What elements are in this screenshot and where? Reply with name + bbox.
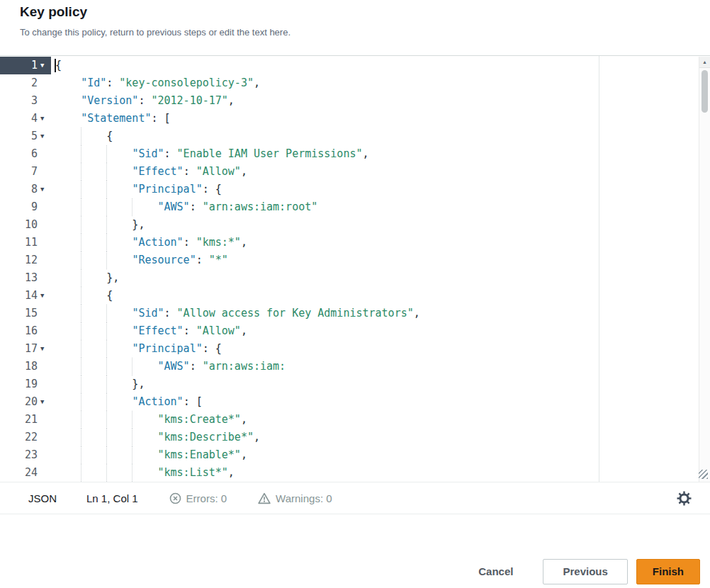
- error-circle-icon: [169, 492, 181, 504]
- code-text[interactable]: "AWS": "arn:aws:iam:: [51, 358, 710, 375]
- code-line[interactable]: 14▼ {: [0, 287, 710, 305]
- indent-guide: [106, 145, 107, 163]
- text-cursor: [55, 59, 56, 72]
- code-lines: 1▼{2 "Id": "key-consolepolicy-3",3 "Vers…: [0, 57, 710, 482]
- line-number: 16: [0, 322, 39, 340]
- page-subtitle: To change this policy, return to previou…: [20, 27, 690, 38]
- code-text[interactable]: "Version": "2012-10-17",: [51, 92, 710, 110]
- scrollbar-thumb[interactable]: [701, 70, 708, 113]
- code-text[interactable]: "Statement": [: [51, 110, 710, 128]
- previous-button[interactable]: Previous: [543, 559, 627, 584]
- code-line[interactable]: 13 },: [0, 269, 710, 287]
- line-gutter: 2: [0, 74, 51, 92]
- fold-arrow-icon[interactable]: ▼: [39, 110, 51, 128]
- warning-triangle-icon: [258, 492, 271, 504]
- code-text[interactable]: "Effect": "Allow",: [51, 322, 710, 340]
- indent-guide: [81, 429, 81, 446]
- code-line[interactable]: 22 "kms:Describe*",: [0, 429, 710, 446]
- code-line[interactable]: 5▼ {: [0, 128, 710, 145]
- code-line[interactable]: 4▼ "Statement": [: [0, 110, 710, 128]
- indent-guide: [81, 163, 81, 181]
- code-text[interactable]: {: [51, 287, 710, 305]
- finish-button[interactable]: Finish: [636, 559, 700, 584]
- line-number: 1: [0, 57, 39, 74]
- code-line[interactable]: 18 "AWS": "arn:aws:iam:: [0, 358, 710, 375]
- fold-arrow-icon[interactable]: ▼: [39, 340, 51, 358]
- code-line[interactable]: 8▼ "Principal": {: [0, 181, 710, 198]
- line-gutter: 22: [0, 429, 51, 446]
- indent-guide: [106, 429, 107, 446]
- code-line[interactable]: 16 "Effect": "Allow",: [0, 322, 710, 340]
- fold-arrow-icon[interactable]: ▼: [39, 57, 51, 74]
- code-line[interactable]: 23 "kms:Enable*",: [0, 446, 710, 464]
- line-gutter: 13: [0, 269, 51, 287]
- code-text[interactable]: },: [51, 269, 710, 287]
- code-text[interactable]: "Id": "key-consolepolicy-3",: [51, 74, 710, 92]
- indent-guide: [106, 198, 107, 216]
- errors-status: Errors: 0: [169, 492, 227, 504]
- code-line[interactable]: 12 "Resource": "*": [0, 251, 710, 269]
- line-gutter: 10: [0, 216, 51, 234]
- line-number: 7: [0, 163, 39, 181]
- code-line[interactable]: 1▼{: [0, 57, 710, 74]
- code-text[interactable]: "kms:Create*",: [51, 411, 710, 429]
- indent-guide: [81, 446, 81, 464]
- code-line[interactable]: 11 "Action": "kms:*",: [0, 234, 710, 251]
- code-line[interactable]: 15 "Sid": "Allow access for Key Administ…: [0, 305, 710, 322]
- indent-guide: [81, 198, 81, 216]
- line-gutter: 23: [0, 446, 51, 464]
- code-text[interactable]: "kms:Describe*",: [51, 429, 710, 446]
- indent-guide: [81, 464, 81, 482]
- language-mode-label: JSON: [28, 492, 57, 504]
- code-line[interactable]: 3 "Version": "2012-10-17",: [0, 92, 710, 110]
- code-line[interactable]: 20▼ "Action": [: [0, 393, 710, 411]
- code-text[interactable]: "Principal": {: [51, 340, 710, 358]
- code-text[interactable]: "kms:Enable*",: [51, 446, 710, 464]
- code-line[interactable]: 2 "Id": "key-consolepolicy-3",: [0, 74, 710, 92]
- code-text[interactable]: "Action": [: [51, 393, 710, 411]
- code-text[interactable]: "Sid": "Enable IAM User Permissions",: [51, 145, 710, 163]
- code-line[interactable]: 9 "AWS": "arn:aws:iam:root": [0, 198, 710, 216]
- page-title: Key policy: [20, 4, 690, 20]
- code-text[interactable]: "AWS": "arn:aws:iam:root": [51, 198, 710, 216]
- line-gutter: 18: [0, 358, 51, 375]
- code-line[interactable]: 19 },: [0, 375, 710, 393]
- indent-guide: [81, 375, 81, 393]
- editor-resize-handle-icon[interactable]: [699, 470, 708, 479]
- editor-scrollbar[interactable]: ▲: [699, 57, 710, 482]
- scroll-up-arrow-icon[interactable]: ▲: [699, 57, 710, 68]
- fold-arrow-icon[interactable]: ▼: [39, 181, 51, 198]
- code-text[interactable]: "Resource": "*": [51, 251, 710, 269]
- code-line[interactable]: 7 "Effect": "Allow",: [0, 163, 710, 181]
- fold-arrow-icon[interactable]: ▼: [39, 287, 51, 305]
- fold-arrow-icon[interactable]: ▼: [39, 128, 51, 145]
- cancel-button[interactable]: Cancel: [468, 560, 523, 584]
- code-text[interactable]: "Action": "kms:*",: [51, 234, 710, 251]
- line-gutter: 5▼: [0, 128, 51, 145]
- line-gutter: 7: [0, 163, 51, 181]
- indent-guide: [106, 358, 107, 375]
- code-line[interactable]: 21 "kms:Create*",: [0, 411, 710, 429]
- code-line[interactable]: 24 "kms:List*",: [0, 464, 710, 482]
- code-line[interactable]: 17▼ "Principal": {: [0, 340, 710, 358]
- line-number: 20: [0, 393, 39, 411]
- code-text[interactable]: {: [51, 57, 710, 74]
- code-text[interactable]: "kms:List*",: [51, 464, 710, 482]
- fold-arrow-icon[interactable]: ▼: [39, 393, 51, 411]
- indent-guide: [81, 287, 81, 305]
- code-line[interactable]: 10 },: [0, 216, 710, 234]
- page-header: Key policy To change this policy, return…: [0, 0, 710, 38]
- code-line[interactable]: 6 "Sid": "Enable IAM User Permissions",: [0, 145, 710, 163]
- indent-guide: [81, 393, 81, 411]
- key-policy-code-editor[interactable]: 1▼{2 "Id": "key-consolepolicy-3",3 "Vers…: [0, 55, 710, 482]
- code-text[interactable]: },: [51, 216, 710, 234]
- code-text[interactable]: "Sid": "Allow access for Key Administrat…: [51, 305, 710, 322]
- code-text[interactable]: "Effect": "Allow",: [51, 163, 710, 181]
- code-text[interactable]: {: [51, 128, 710, 145]
- code-text[interactable]: },: [51, 375, 710, 393]
- indent-guide: [106, 305, 107, 322]
- line-gutter: 17▼: [0, 340, 51, 358]
- code-text[interactable]: "Principal": {: [51, 181, 710, 198]
- line-gutter: 16: [0, 322, 51, 340]
- editor-settings-gear-icon[interactable]: [677, 491, 692, 506]
